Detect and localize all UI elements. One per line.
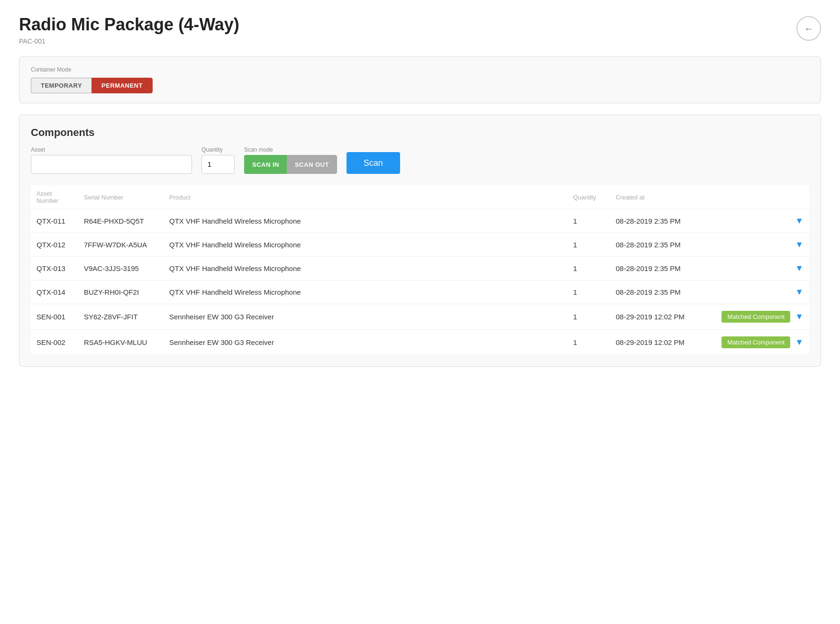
asset-field-group: Asset [31, 146, 192, 174]
cell-serial-number: BUZY-RH0I-QF2I [78, 280, 164, 304]
chevron-down-icon[interactable]: ▼ [795, 287, 803, 297]
col-header-serial-number: Serial Number [78, 185, 164, 209]
mode-buttons: TEMPORARY PERMANENT [31, 78, 809, 93]
quantity-field-group: Quantity [201, 146, 235, 174]
cell-asset-number: QTX-011 [31, 209, 78, 233]
scan-mode-label: Scan mode [244, 146, 337, 153]
cell-quantity: 1 [567, 257, 610, 280]
actions-container: ▼ [711, 240, 803, 250]
components-table: Asset Number Serial Number Product Quant… [31, 185, 809, 355]
table-row: SEN-002RSA5-HGKV-MLUUSennheiser EW 300 G… [31, 330, 809, 355]
cell-created-at: 08-28-2019 2:35 PM [610, 233, 705, 257]
page-title: Radio Mic Package (4-Way) [19, 14, 239, 35]
page-header: Radio Mic Package (4-Way) PAC-001 ← [19, 14, 821, 45]
cell-actions: ▼ [705, 280, 809, 304]
components-title: Components [31, 127, 809, 139]
cell-asset-number: QTX-012 [31, 233, 78, 257]
cell-product: QTX VHF Handheld Wireless Microphone [164, 280, 567, 304]
table-row: QTX-014BUZY-RH0I-QF2IQTX VHF Handheld Wi… [31, 280, 809, 304]
cell-asset-number: SEN-002 [31, 330, 78, 355]
cell-asset-number: QTX-013 [31, 257, 78, 280]
actions-container: Matched Component▼ [711, 336, 803, 348]
cell-created-at: 08-28-2019 2:35 PM [610, 257, 705, 280]
cell-actions: Matched Component▼ [705, 330, 809, 355]
cell-product: QTX VHF Handheld Wireless Microphone [164, 257, 567, 280]
matched-component-badge: Matched Component [721, 336, 790, 348]
cell-created-at: 08-28-2019 2:35 PM [610, 280, 705, 304]
cell-quantity: 1 [567, 304, 610, 330]
actions-container: ▼ [711, 216, 803, 226]
table-row: QTX-0127FFW-W7DK-A5UAQTX VHF Handheld Wi… [31, 233, 809, 257]
col-header-asset-number: Asset Number [31, 185, 78, 209]
cell-actions: ▼ [705, 209, 809, 233]
cell-serial-number: RSA5-HGKV-MLUU [78, 330, 164, 355]
cell-actions: ▼ [705, 257, 809, 280]
chevron-down-icon[interactable]: ▼ [795, 337, 803, 347]
chevron-down-icon[interactable]: ▼ [795, 263, 803, 273]
scan-in-button[interactable]: SCAN IN [244, 155, 287, 174]
asset-input[interactable] [31, 155, 192, 174]
quantity-input[interactable] [201, 155, 235, 174]
table-header-row: Asset Number Serial Number Product Quant… [31, 185, 809, 209]
col-header-quantity: Quantity [567, 185, 610, 209]
cell-serial-number: 7FFW-W7DK-A5UA [78, 233, 164, 257]
page-subtitle: PAC-001 [19, 37, 239, 45]
cell-quantity: 1 [567, 209, 610, 233]
cell-product: Sennheiser EW 300 G3 Receiver [164, 304, 567, 330]
back-button[interactable]: ← [796, 16, 821, 41]
scan-mode-group: Scan mode SCAN IN SCAN OUT [244, 146, 337, 174]
actions-container: Matched Component▼ [711, 311, 803, 323]
cell-quantity: 1 [567, 330, 610, 355]
scan-mode-buttons: SCAN IN SCAN OUT [244, 155, 337, 174]
scan-controls: Asset Quantity Scan mode SCAN IN SCAN OU… [31, 146, 809, 174]
col-header-actions [705, 185, 809, 209]
cell-asset-number: QTX-014 [31, 280, 78, 304]
matched-component-badge: Matched Component [721, 311, 790, 323]
cell-quantity: 1 [567, 233, 610, 257]
container-mode-label: Container Mode [31, 66, 809, 73]
back-icon: ← [804, 23, 813, 34]
actions-container: ▼ [711, 287, 803, 297]
cell-serial-number: V9AC-3JJS-3195 [78, 257, 164, 280]
cell-actions: ▼ [705, 233, 809, 257]
cell-actions: Matched Component▼ [705, 304, 809, 330]
scan-button[interactable]: Scan [347, 152, 400, 174]
header-left: Radio Mic Package (4-Way) PAC-001 [19, 14, 239, 45]
col-header-product: Product [164, 185, 567, 209]
col-header-created-at: Created at [610, 185, 705, 209]
permanent-mode-button[interactable]: PERMANENT [91, 78, 153, 93]
quantity-label: Quantity [201, 146, 235, 153]
cell-created-at: 08-29-2019 12:02 PM [610, 304, 705, 330]
cell-asset-number: SEN-001 [31, 304, 78, 330]
cell-serial-number: R64E-PHXD-5Q5T [78, 209, 164, 233]
cell-created-at: 08-29-2019 12:02 PM [610, 330, 705, 355]
cell-product: QTX VHF Handheld Wireless Microphone [164, 233, 567, 257]
temporary-mode-button[interactable]: TEMPORARY [31, 78, 91, 93]
chevron-down-icon[interactable]: ▼ [795, 216, 803, 226]
table-row: SEN-001SY62-Z8VF-JFITSennheiser EW 300 G… [31, 304, 809, 330]
chevron-down-icon[interactable]: ▼ [795, 312, 803, 322]
actions-container: ▼ [711, 263, 803, 273]
table-row: QTX-013V9AC-3JJS-3195QTX VHF Handheld Wi… [31, 257, 809, 280]
cell-product: Sennheiser EW 300 G3 Receiver [164, 330, 567, 355]
asset-label: Asset [31, 146, 192, 153]
cell-serial-number: SY62-Z8VF-JFIT [78, 304, 164, 330]
cell-quantity: 1 [567, 280, 610, 304]
scan-out-button[interactable]: SCAN OUT [287, 155, 337, 174]
container-mode-section: Container Mode TEMPORARY PERMANENT [19, 56, 821, 103]
cell-created-at: 08-28-2019 2:35 PM [610, 209, 705, 233]
components-section: Components Asset Quantity Scan mode SCAN… [19, 115, 821, 367]
table-row: QTX-011R64E-PHXD-5Q5TQTX VHF Handheld Wi… [31, 209, 809, 233]
chevron-down-icon[interactable]: ▼ [795, 240, 803, 250]
cell-product: QTX VHF Handheld Wireless Microphone [164, 209, 567, 233]
